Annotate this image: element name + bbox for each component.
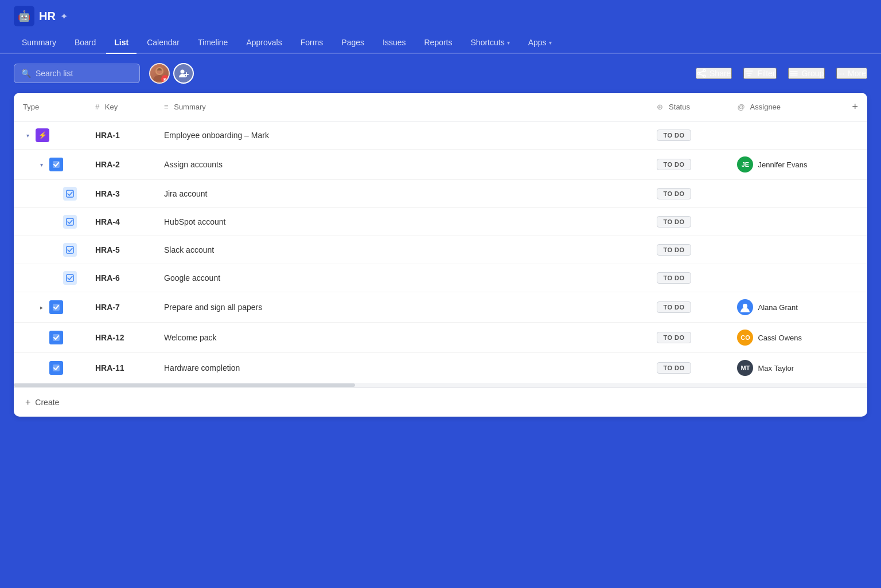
expand-button[interactable]: ▾: [37, 160, 46, 169]
type-cell: [14, 208, 86, 236]
extra-cell: [843, 150, 867, 180]
avatar-user-photo[interactable]: K: [149, 63, 170, 84]
type-icon: [63, 271, 77, 285]
nav-item-calendar[interactable]: Calendar: [139, 32, 188, 54]
summary-cell[interactable]: Employee onboarding – Mark: [155, 121, 648, 150]
add-column-icon[interactable]: +: [852, 101, 858, 112]
header: 🤖 HR ✦: [0, 0, 881, 32]
type-cell: [14, 264, 86, 292]
status-cell[interactable]: TO DO: [648, 264, 728, 292]
status-cell[interactable]: TO DO: [648, 180, 728, 208]
nav-item-forms[interactable]: Forms: [293, 32, 332, 54]
scroll-thumb: [14, 383, 355, 387]
key-cell[interactable]: HRA-1: [86, 121, 155, 150]
nav-item-board[interactable]: Board: [67, 32, 104, 54]
nav-item-summary[interactable]: Summary: [14, 32, 64, 54]
key-cell[interactable]: HRA-2: [86, 150, 155, 180]
assignee-cell: [728, 121, 843, 150]
svg-point-3: [181, 70, 185, 74]
search-input[interactable]: [36, 69, 127, 78]
extra-cell: [843, 121, 867, 150]
assignee-cell: COCassi Owens: [728, 323, 843, 353]
assignee-avatar: CO: [737, 330, 753, 346]
nav-item-reports[interactable]: Reports: [416, 32, 460, 54]
horizontal-scrollbar[interactable]: [14, 383, 867, 387]
expand-button: [50, 217, 60, 226]
type-icon: [63, 187, 77, 201]
summary-cell[interactable]: HubSpot account: [155, 208, 648, 236]
key-cell[interactable]: HRA-7: [86, 292, 155, 323]
more-button[interactable]: ··· More: [836, 68, 867, 79]
assignee-cell: JEJennifer Evans: [728, 150, 843, 180]
assignee-cell: [728, 180, 843, 208]
summary-cell[interactable]: Hardware completion: [155, 353, 648, 383]
key-cell[interactable]: HRA-11: [86, 353, 155, 383]
toolbar-actions: Share Filter Group ··· More: [696, 68, 867, 79]
group-button[interactable]: Group: [788, 68, 825, 79]
table-row: ▾⚡HRA-1Employee onboarding – MarkTO DO: [14, 121, 867, 150]
ai-icon[interactable]: ✦: [60, 11, 68, 22]
expand-button[interactable]: ▾: [23, 131, 32, 140]
assignee-name: Jennifer Evans: [758, 160, 807, 169]
col-header-status: ⊕ Status: [648, 93, 728, 121]
nav-item-issues[interactable]: Issues: [375, 32, 414, 54]
key-cell[interactable]: HRA-12: [86, 323, 155, 353]
status-cell[interactable]: TO DO: [648, 292, 728, 323]
col-header-add[interactable]: +: [843, 93, 867, 121]
search-box[interactable]: 🔍: [14, 64, 140, 83]
filter-button[interactable]: Filter: [743, 68, 776, 79]
logo-icon: 🤖: [14, 6, 34, 26]
main-nav: Summary Board List Calendar Timeline App…: [0, 32, 881, 54]
type-cell: [14, 180, 86, 208]
nav-item-timeline[interactable]: Timeline: [190, 32, 236, 54]
status-cell[interactable]: TO DO: [648, 121, 728, 150]
extra-cell: [843, 180, 867, 208]
key-cell[interactable]: HRA-3: [86, 180, 155, 208]
assignee-cell: [728, 236, 843, 264]
nav-item-list[interactable]: List: [106, 32, 137, 54]
table-row: HRA-3Jira accountTO DO: [14, 180, 867, 208]
expand-button[interactable]: ▸: [37, 303, 46, 312]
status-cell[interactable]: TO DO: [648, 208, 728, 236]
type-icon: [49, 331, 63, 344]
apps-chevron-icon: ▾: [549, 40, 552, 46]
nav-item-pages[interactable]: Pages: [333, 32, 372, 54]
key-cell[interactable]: HRA-4: [86, 208, 155, 236]
create-button[interactable]: + Create: [14, 387, 867, 417]
type-cell: [14, 236, 86, 264]
summary-cell[interactable]: Welcome pack: [155, 323, 648, 353]
type-icon: ⚡: [36, 128, 49, 142]
nav-item-apps[interactable]: Apps ▾: [520, 32, 560, 54]
status-cell[interactable]: TO DO: [648, 236, 728, 264]
key-cell[interactable]: HRA-6: [86, 264, 155, 292]
status-cell[interactable]: TO DO: [648, 150, 728, 180]
expand-button: [50, 273, 60, 283]
logo[interactable]: 🤖 HR ✦: [14, 6, 68, 26]
summary-cell[interactable]: Slack account: [155, 236, 648, 264]
summary-cell[interactable]: Jira account: [155, 180, 648, 208]
assignee-avatar: [737, 299, 753, 315]
share-button[interactable]: Share: [696, 68, 732, 79]
nav-item-shortcuts[interactable]: Shortcuts ▾: [463, 32, 518, 54]
avatar-add-member[interactable]: [173, 63, 194, 84]
type-cell: ▾: [14, 150, 86, 180]
status-badge: TO DO: [657, 216, 691, 228]
type-icon: [49, 158, 63, 171]
status-cell[interactable]: TO DO: [648, 353, 728, 383]
status-badge: TO DO: [657, 188, 691, 199]
type-cell: ▾⚡: [14, 121, 86, 150]
table-row: HRA-4HubSpot accountTO DO: [14, 208, 867, 236]
status-cell[interactable]: TO DO: [648, 323, 728, 353]
assignee-cell: [728, 208, 843, 236]
summary-cell[interactable]: Prepare and sign all papers: [155, 292, 648, 323]
summary-cell[interactable]: Assign accounts: [155, 150, 648, 180]
avatar-group: K: [149, 63, 194, 84]
col-header-key: # Key: [86, 93, 155, 121]
svg-line-10: [700, 74, 703, 76]
status-badge: TO DO: [657, 159, 691, 170]
table-row: HRA-6Google accountTO DO: [14, 264, 867, 292]
key-cell[interactable]: HRA-5: [86, 236, 155, 264]
summary-cell[interactable]: Google account: [155, 264, 648, 292]
type-icon: [63, 243, 77, 257]
nav-item-approvals[interactable]: Approvals: [238, 32, 290, 54]
